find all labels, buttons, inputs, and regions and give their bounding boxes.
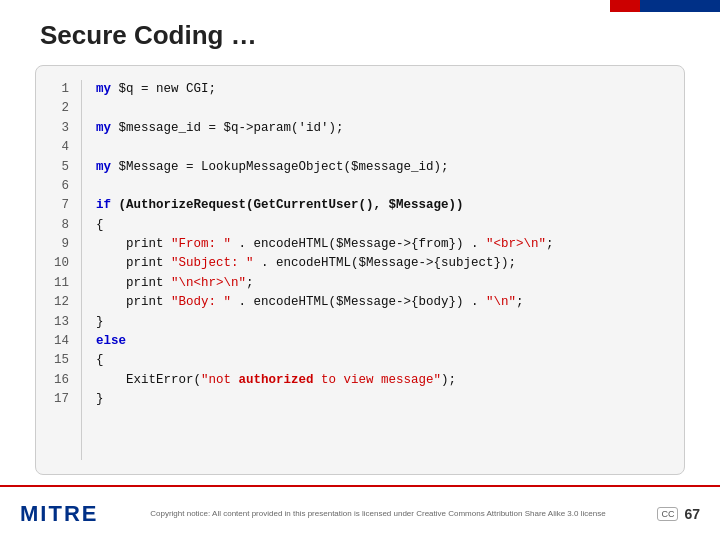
top-accent-blue bbox=[640, 0, 720, 12]
code-block: 1234567891011121314151617 my $q = new CG… bbox=[35, 65, 685, 475]
footer-bar: MITRE Copyright notice: All content prov… bbox=[0, 485, 720, 540]
top-accent-red bbox=[610, 0, 640, 12]
code-content: my $q = new CGI; my $message_id = $q->pa… bbox=[96, 80, 554, 460]
page-number: 67 bbox=[684, 506, 700, 522]
line-numbers: 1234567891011121314151617 bbox=[52, 80, 82, 460]
footer-copyright: Copyright notice: All content provided i… bbox=[118, 509, 637, 518]
mitre-logo: MITRE bbox=[20, 501, 98, 527]
page-title: Secure Coding … bbox=[40, 20, 257, 51]
cc-license-icon: CC bbox=[657, 507, 678, 521]
